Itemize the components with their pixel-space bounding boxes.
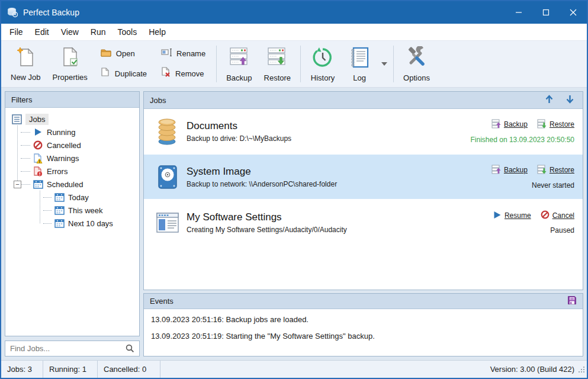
sidebar-item-scheduled[interactable]: Scheduled [5, 178, 139, 191]
resume-link[interactable]: Resume [493, 211, 531, 221]
menu-view[interactable]: View [55, 24, 85, 40]
play-icon [33, 128, 43, 136]
job-subtitle: Creating My Software Settings/Audacity/0… [187, 226, 493, 234]
remove-label: Remove [175, 69, 204, 78]
backup-button[interactable]: Backup [220, 46, 258, 82]
warning-doc-icon [33, 153, 43, 163]
rename-button[interactable]: Rename [161, 48, 205, 59]
properties-label: Properties [53, 73, 88, 82]
options-button[interactable]: Options [397, 46, 436, 82]
events-panel: Events 13.09.2023 20:51:16: Backup job [143, 293, 583, 356]
resume-play-icon [493, 211, 502, 221]
resize-grip[interactable] [578, 366, 585, 373]
jobs-panel-title: Jobs [150, 96, 166, 105]
events-panel-title: Events [150, 297, 173, 306]
backup-small-icon [491, 119, 501, 130]
menu-run[interactable]: Run [85, 24, 112, 40]
log-label: Log [353, 73, 366, 82]
backup-link[interactable]: Backup [491, 119, 528, 130]
minimize-button[interactable] [505, 1, 532, 24]
prohibition-icon [33, 140, 43, 150]
status-running-count: Running: 1 [43, 361, 98, 378]
history-button[interactable]: History [304, 46, 341, 82]
menu-help[interactable]: Help [143, 24, 172, 40]
restore-small-icon [537, 165, 547, 176]
search-icon[interactable] [126, 344, 134, 353]
status-jobs-count: Jobs: 3 [1, 361, 43, 378]
find-jobs-input[interactable] [5, 344, 126, 353]
harddrive-icon [155, 165, 181, 190]
backup-icon [228, 46, 250, 71]
new-job-button[interactable]: New Job [5, 47, 47, 82]
job-row-my-software-settings[interactable]: My Software Settings Creating My Softwar… [144, 200, 583, 245]
restore-link[interactable]: Restore [537, 165, 574, 176]
filters-sidebar: Filters − Jobs [5, 91, 140, 356]
backup-label: Backup [226, 73, 252, 82]
sidebar-item-jobs[interactable]: Jobs [5, 113, 139, 126]
filters-tree: − Jobs [5, 108, 139, 336]
job-row-system-image[interactable]: System Image Backup to network: \\Anders… [144, 155, 583, 199]
app-window: Perfect Backup File Edit View Run Tools … [0, 0, 588, 379]
sidebar-item-warnings[interactable]: Warnings [5, 152, 139, 165]
status-cancelled-count: Cancelled: 0 [98, 361, 160, 378]
menu-tools[interactable]: Tools [111, 24, 143, 40]
restore-link[interactable]: Restore [537, 119, 574, 130]
rename-label: Rename [176, 49, 205, 58]
database-icon [155, 118, 181, 145]
status-bar: Jobs: 3 Running: 1 Cancelled: 0 Version:… [1, 360, 587, 378]
sidebar-item-this-week[interactable]: This week [5, 204, 139, 217]
restore-button[interactable]: Restore [258, 46, 297, 82]
find-jobs-searchbox [5, 341, 140, 356]
sidebar-item-next-10-days[interactable]: Next 10 days [5, 217, 139, 230]
toolbar: New Job Properties [1, 40, 587, 88]
title-bar: Perfect Backup [1, 1, 587, 24]
jobs-list-icon [11, 114, 22, 124]
jobs-list: Documents Backup to drive: D:\~\MyBackup… [144, 109, 583, 290]
job-title: My Software Settings [187, 211, 493, 223]
open-button[interactable]: Open [101, 48, 147, 60]
job-title: System Image [187, 166, 491, 178]
app-window-icon [155, 211, 181, 235]
properties-button[interactable]: Properties [47, 47, 94, 82]
sidebar-item-errors[interactable]: Errors [5, 165, 139, 178]
close-button[interactable] [560, 1, 587, 24]
collapse-expander-icon[interactable]: − [14, 181, 21, 188]
restore-icon [266, 46, 288, 71]
filters-header: Filters [5, 92, 139, 108]
move-up-icon[interactable] [545, 94, 554, 106]
maximize-button[interactable] [532, 1, 560, 24]
cancel-link[interactable]: Cancel [541, 210, 574, 221]
calendar-icon [54, 205, 65, 215]
remove-button[interactable]: Remove [161, 67, 205, 80]
menu-file[interactable]: File [4, 24, 29, 40]
calendar-icon [54, 192, 65, 202]
rename-icon [161, 48, 172, 59]
restore-label: Restore [264, 73, 291, 82]
job-subtitle: Backup to drive: D:\~\MyBackups [187, 134, 471, 143]
job-subtitle: Backup to network: \\AndersonPC\shared-f… [187, 180, 491, 188]
toolbar-separator [393, 46, 394, 82]
content-area: Filters − Jobs [1, 88, 587, 360]
job-status: Paused [550, 226, 574, 235]
duplicate-button[interactable]: Duplicate [101, 68, 147, 81]
backup-link[interactable]: Backup [491, 165, 528, 176]
job-row-documents[interactable]: Documents Backup to drive: D:\~\MyBackup… [144, 109, 583, 153]
log-icon [349, 46, 369, 71]
main-area: Jobs [143, 91, 583, 356]
event-entry: 13.09.2023 20:51:16: Backup jobs are loa… [151, 315, 576, 324]
sidebar-item-running[interactable]: Running [5, 126, 139, 139]
event-entry: 13.09.2023 20:51:19: Starting the "My So… [151, 332, 576, 341]
sidebar-item-today[interactable]: Today [5, 191, 139, 204]
calendar-icon [54, 219, 65, 228]
events-log: 13.09.2023 20:51:16: Backup jobs are loa… [144, 309, 583, 356]
toolbar-separator [216, 46, 217, 82]
move-down-icon[interactable] [565, 94, 574, 106]
log-button[interactable]: Log [341, 46, 378, 82]
menu-bar: File Edit View Run Tools Help [1, 24, 587, 40]
log-dropdown-button[interactable] [379, 62, 390, 66]
properties-icon [60, 47, 80, 70]
options-tools-icon [405, 46, 428, 71]
menu-edit[interactable]: Edit [29, 24, 55, 40]
save-events-icon[interactable] [567, 296, 577, 307]
sidebar-item-cancelled[interactable]: Cancelled [5, 139, 139, 152]
